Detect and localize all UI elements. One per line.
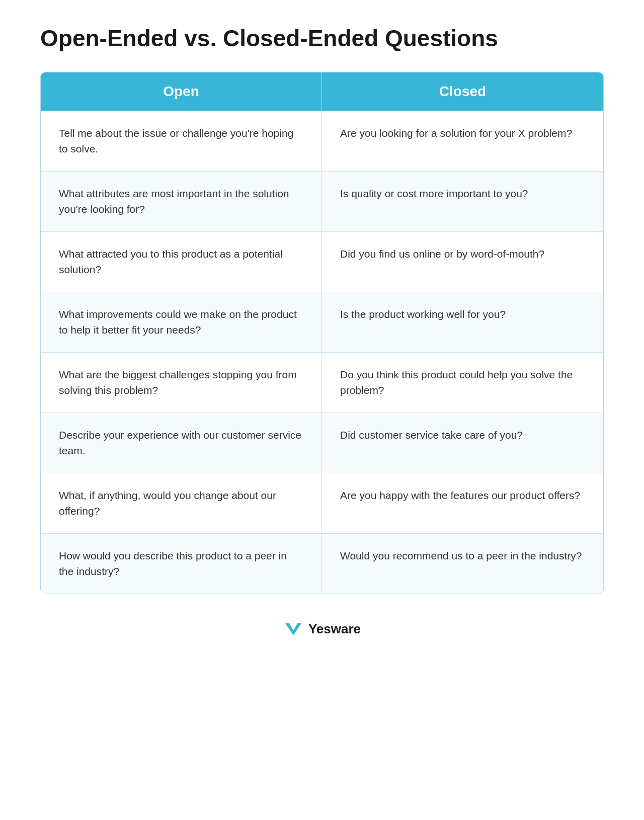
table-row: What improvements could we make on the p… — [41, 292, 603, 352]
open-cell-6: What, if anything, would you change abou… — [41, 473, 322, 533]
open-cell-3: What improvements could we make on the p… — [41, 292, 322, 352]
closed-cell-3: Is the product working well for you? — [322, 292, 603, 352]
open-cell-5: Describe your experience with our custom… — [41, 413, 322, 473]
closed-cell-7: Would you recommend us to a peer in the … — [322, 534, 603, 594]
closed-cell-5: Did customer service take care of you? — [322, 413, 603, 473]
brand-name: Yesware — [308, 621, 361, 637]
header-closed: Closed — [322, 72, 603, 111]
table-row: Describe your experience with our custom… — [41, 413, 603, 473]
open-cell-2: What attracted you to this product as a … — [41, 232, 322, 292]
open-cell-4: What are the biggest challenges stopping… — [41, 353, 322, 413]
table-header: Open Closed — [41, 72, 603, 111]
table-row: What are the biggest challenges stopping… — [41, 352, 603, 413]
table-row: Tell me about the issue or challenge you… — [41, 111, 603, 171]
closed-cell-0: Are you looking for a solution for your … — [322, 111, 603, 171]
yesware-icon — [283, 619, 303, 639]
closed-cell-1: Is quality or cost more important to you… — [322, 172, 603, 231]
page-title: Open-Ended vs. Closed-Ended Questions — [40, 25, 604, 52]
open-cell-0: Tell me about the issue or challenge you… — [41, 111, 322, 171]
table-row: What attracted you to this product as a … — [41, 231, 603, 292]
footer: Yesware — [283, 619, 361, 639]
closed-cell-4: Do you think this product could help you… — [322, 353, 603, 413]
table-row: How would you describe this product to a… — [41, 533, 603, 594]
brand-logo: Yesware — [283, 619, 361, 639]
table-row: What attributes are most important in th… — [41, 171, 603, 231]
open-cell-1: What attributes are most important in th… — [41, 172, 322, 231]
comparison-table: Open Closed Tell me about the issue or c… — [40, 72, 604, 594]
closed-cell-6: Are you happy with the features our prod… — [322, 473, 603, 533]
table-body: Tell me about the issue or challenge you… — [41, 111, 603, 594]
header-open: Open — [41, 72, 322, 111]
closed-cell-2: Did you find us online or by word-of-mou… — [322, 232, 603, 292]
table-row: What, if anything, would you change abou… — [41, 473, 603, 533]
open-cell-7: How would you describe this product to a… — [41, 534, 322, 594]
